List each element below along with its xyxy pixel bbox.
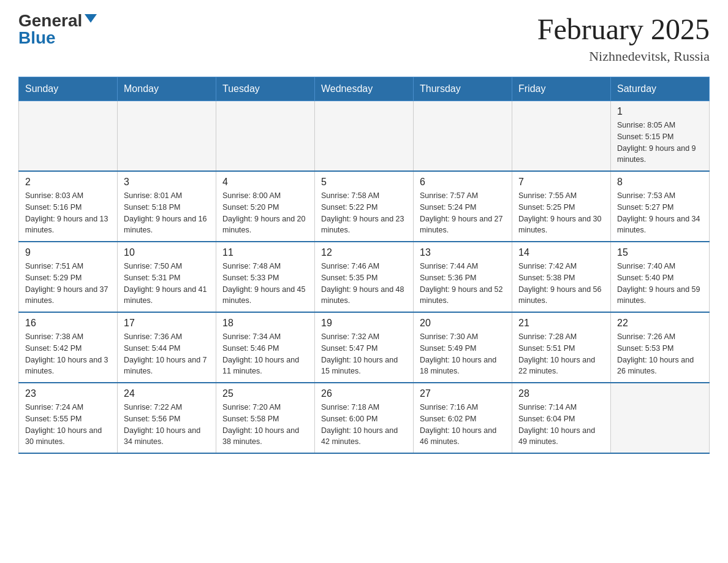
calendar-cell: 13Sunrise: 7:44 AMSunset: 5:36 PMDayligh… — [414, 242, 512, 312]
calendar-cell — [19, 101, 118, 172]
calendar-cell: 6Sunrise: 7:57 AMSunset: 5:24 PMDaylight… — [414, 171, 512, 242]
logo-general-text: General — [18, 12, 82, 29]
calendar-cell: 12Sunrise: 7:46 AMSunset: 5:35 PMDayligh… — [315, 242, 414, 312]
weekday-header-tuesday: Tuesday — [216, 77, 315, 101]
day-info: Sunrise: 7:36 AMSunset: 5:44 PMDaylight:… — [124, 331, 210, 377]
day-number: 6 — [420, 177, 506, 188]
day-info: Sunrise: 7:57 AMSunset: 5:24 PMDaylight:… — [420, 190, 506, 236]
calendar-cell: 22Sunrise: 7:26 AMSunset: 5:53 PMDayligh… — [611, 312, 710, 383]
day-info: Sunrise: 7:22 AMSunset: 5:56 PMDaylight:… — [124, 402, 210, 448]
logo-blue-text: Blue — [18, 29, 56, 47]
calendar-cell: 5Sunrise: 7:58 AMSunset: 5:22 PMDaylight… — [315, 171, 414, 242]
weekday-header-thursday: Thursday — [414, 77, 512, 101]
logo-triangle-icon — [85, 14, 97, 23]
week-row-2: 2Sunrise: 8:03 AMSunset: 5:16 PMDaylight… — [19, 171, 710, 242]
day-number: 27 — [420, 388, 506, 399]
day-info: Sunrise: 7:26 AMSunset: 5:53 PMDaylight:… — [617, 331, 703, 377]
day-number: 8 — [617, 177, 703, 188]
weekday-header-monday: Monday — [118, 77, 216, 101]
day-info: Sunrise: 7:58 AMSunset: 5:22 PMDaylight:… — [321, 190, 407, 236]
day-info: Sunrise: 8:01 AMSunset: 5:18 PMDaylight:… — [124, 190, 210, 236]
day-number: 18 — [222, 318, 308, 329]
day-number: 28 — [518, 388, 604, 399]
day-number: 10 — [124, 247, 210, 258]
day-info: Sunrise: 7:18 AMSunset: 6:00 PMDaylight:… — [321, 402, 407, 448]
day-number: 9 — [25, 247, 111, 258]
title-block: February 2025 Nizhnedevitsk, Russia — [537, 12, 710, 64]
logo: General Blue — [18, 12, 97, 47]
calendar-cell: 1Sunrise: 8:05 AMSunset: 5:15 PMDaylight… — [611, 101, 710, 172]
calendar-cell: 18Sunrise: 7:34 AMSunset: 5:46 PMDayligh… — [216, 312, 315, 383]
calendar-cell: 25Sunrise: 7:20 AMSunset: 5:58 PMDayligh… — [216, 383, 315, 453]
day-number: 3 — [124, 177, 210, 188]
day-info: Sunrise: 7:16 AMSunset: 6:02 PMDaylight:… — [420, 402, 506, 448]
day-number: 16 — [25, 318, 111, 329]
calendar-cell — [512, 101, 611, 172]
calendar-cell: 16Sunrise: 7:38 AMSunset: 5:42 PMDayligh… — [19, 312, 118, 383]
weekday-header-wednesday: Wednesday — [315, 77, 414, 101]
week-row-4: 16Sunrise: 7:38 AMSunset: 5:42 PMDayligh… — [19, 312, 710, 383]
calendar-cell: 28Sunrise: 7:14 AMSunset: 6:04 PMDayligh… — [512, 383, 611, 453]
calendar-cell: 23Sunrise: 7:24 AMSunset: 5:55 PMDayligh… — [19, 383, 118, 453]
calendar-cell: 3Sunrise: 8:01 AMSunset: 5:18 PMDaylight… — [118, 171, 216, 242]
day-number: 13 — [420, 247, 506, 258]
day-info: Sunrise: 7:50 AMSunset: 5:31 PMDaylight:… — [124, 261, 210, 307]
calendar-cell — [611, 383, 710, 453]
day-number: 22 — [617, 318, 703, 329]
day-number: 23 — [25, 388, 111, 399]
calendar-cell: 7Sunrise: 7:55 AMSunset: 5:25 PMDaylight… — [512, 171, 611, 242]
day-number: 14 — [518, 247, 604, 258]
day-info: Sunrise: 7:38 AMSunset: 5:42 PMDaylight:… — [25, 331, 111, 377]
calendar-cell: 24Sunrise: 7:22 AMSunset: 5:56 PMDayligh… — [118, 383, 216, 453]
week-row-5: 23Sunrise: 7:24 AMSunset: 5:55 PMDayligh… — [19, 383, 710, 453]
day-info: Sunrise: 7:42 AMSunset: 5:38 PMDaylight:… — [518, 261, 604, 307]
day-info: Sunrise: 8:03 AMSunset: 5:16 PMDaylight:… — [25, 190, 111, 236]
day-info: Sunrise: 8:05 AMSunset: 5:15 PMDaylight:… — [617, 120, 703, 166]
weekday-header-friday: Friday — [512, 77, 611, 101]
calendar-cell — [216, 101, 315, 172]
day-info: Sunrise: 7:24 AMSunset: 5:55 PMDaylight:… — [25, 402, 111, 448]
day-number: 26 — [321, 388, 407, 399]
calendar-cell: 15Sunrise: 7:40 AMSunset: 5:40 PMDayligh… — [611, 242, 710, 312]
weekday-header-saturday: Saturday — [611, 77, 710, 101]
calendar-table: SundayMondayTuesdayWednesdayThursdayFrid… — [18, 77, 710, 454]
calendar-cell: 2Sunrise: 8:03 AMSunset: 5:16 PMDaylight… — [19, 171, 118, 242]
calendar-cell: 4Sunrise: 8:00 AMSunset: 5:20 PMDaylight… — [216, 171, 315, 242]
month-title: February 2025 — [537, 12, 710, 46]
day-number: 12 — [321, 247, 407, 258]
calendar-cell: 9Sunrise: 7:51 AMSunset: 5:29 PMDaylight… — [19, 242, 118, 312]
day-info: Sunrise: 7:32 AMSunset: 5:47 PMDaylight:… — [321, 331, 407, 377]
day-info: Sunrise: 7:30 AMSunset: 5:49 PMDaylight:… — [420, 331, 506, 377]
calendar-cell: 14Sunrise: 7:42 AMSunset: 5:38 PMDayligh… — [512, 242, 611, 312]
day-number: 7 — [518, 177, 604, 188]
calendar-cell: 20Sunrise: 7:30 AMSunset: 5:49 PMDayligh… — [414, 312, 512, 383]
day-number: 24 — [124, 388, 210, 399]
day-info: Sunrise: 7:14 AMSunset: 6:04 PMDaylight:… — [518, 402, 604, 448]
calendar-cell: 21Sunrise: 7:28 AMSunset: 5:51 PMDayligh… — [512, 312, 611, 383]
calendar-cell: 11Sunrise: 7:48 AMSunset: 5:33 PMDayligh… — [216, 242, 315, 312]
day-info: Sunrise: 7:48 AMSunset: 5:33 PMDaylight:… — [222, 261, 308, 307]
calendar-cell: 10Sunrise: 7:50 AMSunset: 5:31 PMDayligh… — [118, 242, 216, 312]
page-header: General Blue February 2025 Nizhnedevitsk… — [18, 12, 710, 64]
day-number: 21 — [518, 318, 604, 329]
weekday-header-row: SundayMondayTuesdayWednesdayThursdayFrid… — [19, 77, 710, 101]
day-info: Sunrise: 7:20 AMSunset: 5:58 PMDaylight:… — [222, 402, 308, 448]
calendar-cell — [118, 101, 216, 172]
calendar-cell: 27Sunrise: 7:16 AMSunset: 6:02 PMDayligh… — [414, 383, 512, 453]
calendar-cell: 17Sunrise: 7:36 AMSunset: 5:44 PMDayligh… — [118, 312, 216, 383]
day-info: Sunrise: 7:53 AMSunset: 5:27 PMDaylight:… — [617, 190, 703, 236]
day-info: Sunrise: 8:00 AMSunset: 5:20 PMDaylight:… — [222, 190, 308, 236]
weekday-header-sunday: Sunday — [19, 77, 118, 101]
day-number: 2 — [25, 177, 111, 188]
day-number: 1 — [617, 106, 703, 117]
day-number: 5 — [321, 177, 407, 188]
calendar-cell: 19Sunrise: 7:32 AMSunset: 5:47 PMDayligh… — [315, 312, 414, 383]
day-number: 19 — [321, 318, 407, 329]
day-info: Sunrise: 7:55 AMSunset: 5:25 PMDaylight:… — [518, 190, 604, 236]
day-info: Sunrise: 7:28 AMSunset: 5:51 PMDaylight:… — [518, 331, 604, 377]
day-info: Sunrise: 7:46 AMSunset: 5:35 PMDaylight:… — [321, 261, 407, 307]
day-number: 17 — [124, 318, 210, 329]
calendar-cell — [315, 101, 414, 172]
week-row-3: 9Sunrise: 7:51 AMSunset: 5:29 PMDaylight… — [19, 242, 710, 312]
day-number: 20 — [420, 318, 506, 329]
